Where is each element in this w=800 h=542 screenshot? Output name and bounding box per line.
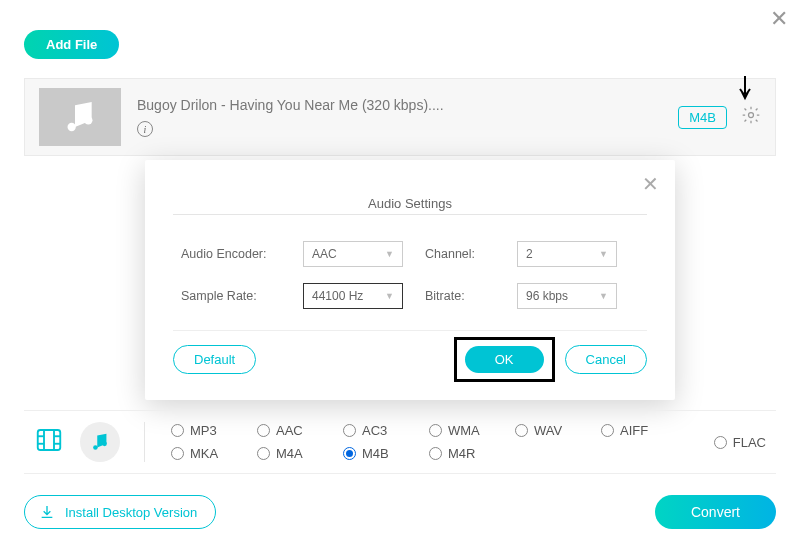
format-mka[interactable]: MKA bbox=[171, 446, 257, 461]
format-m4b[interactable]: M4B bbox=[343, 446, 429, 461]
chevron-down-icon: ▼ bbox=[599, 249, 608, 259]
modal-close-icon[interactable]: ✕ bbox=[642, 172, 659, 196]
format-aiff[interactable]: AIFF bbox=[601, 423, 687, 438]
chevron-down-icon: ▼ bbox=[599, 291, 608, 301]
audio-settings-modal: ✕ Audio Settings Audio Encoder: AAC▼ Cha… bbox=[145, 160, 675, 400]
arrow-annotation bbox=[737, 74, 753, 106]
svg-point-2 bbox=[749, 113, 754, 118]
svg-point-11 bbox=[102, 442, 107, 447]
bitrate-dropdown[interactable]: 96 kbps▼ bbox=[517, 283, 617, 309]
add-file-button[interactable]: Add File bbox=[24, 30, 119, 59]
format-m4a[interactable]: M4A bbox=[257, 446, 343, 461]
file-thumbnail bbox=[39, 88, 121, 146]
format-ac3[interactable]: AC3 bbox=[343, 423, 429, 438]
file-title: Bugoy Drilon - Having You Near Me (320 k… bbox=[137, 97, 678, 113]
ok-button[interactable]: OK bbox=[465, 346, 544, 373]
format-grid: MP3 AAC AC3 WMA WAV AIFF MKA M4A M4B M4R bbox=[171, 423, 687, 461]
convert-button[interactable]: Convert bbox=[655, 495, 776, 529]
format-wav[interactable]: WAV bbox=[515, 423, 601, 438]
svg-rect-3 bbox=[38, 430, 61, 450]
cancel-button[interactable]: Cancel bbox=[565, 345, 647, 374]
music-note-icon bbox=[60, 97, 100, 137]
encoder-label: Audio Encoder: bbox=[181, 247, 291, 261]
audio-mode-icon[interactable] bbox=[80, 422, 120, 462]
sample-rate-dropdown[interactable]: 44100 Hz▼ bbox=[303, 283, 403, 309]
gear-icon[interactable] bbox=[741, 105, 761, 129]
video-mode-icon[interactable] bbox=[34, 425, 64, 459]
format-wma[interactable]: WMA bbox=[429, 423, 515, 438]
chevron-down-icon: ▼ bbox=[385, 249, 394, 259]
info-icon[interactable]: i bbox=[137, 121, 153, 137]
default-button[interactable]: Default bbox=[173, 345, 256, 374]
sample-rate-label: Sample Rate: bbox=[181, 289, 291, 303]
format-mp3[interactable]: MP3 bbox=[171, 423, 257, 438]
modal-title: Audio Settings bbox=[350, 196, 470, 211]
format-aac[interactable]: AAC bbox=[257, 423, 343, 438]
app-close-icon[interactable]: ✕ bbox=[770, 6, 788, 32]
ok-highlight: OK bbox=[454, 337, 555, 382]
svg-point-1 bbox=[84, 116, 92, 124]
format-m4r[interactable]: M4R bbox=[429, 446, 515, 461]
file-row: Bugoy Drilon - Having You Near Me (320 k… bbox=[24, 78, 776, 156]
download-icon bbox=[39, 504, 55, 520]
format-flac[interactable]: FLAC bbox=[714, 435, 766, 450]
channel-dropdown[interactable]: 2▼ bbox=[517, 241, 617, 267]
file-info: Bugoy Drilon - Having You Near Me (320 k… bbox=[137, 97, 678, 137]
svg-point-10 bbox=[93, 445, 98, 450]
chevron-down-icon: ▼ bbox=[385, 291, 394, 301]
format-bar: MP3 AAC AC3 WMA WAV AIFF MKA M4A M4B M4R… bbox=[24, 410, 776, 474]
svg-point-0 bbox=[68, 123, 76, 131]
channel-label: Channel: bbox=[425, 247, 505, 261]
bitrate-label: Bitrate: bbox=[425, 289, 505, 303]
install-desktop-button[interactable]: Install Desktop Version bbox=[24, 495, 216, 529]
encoder-dropdown[interactable]: AAC▼ bbox=[303, 241, 403, 267]
format-badge[interactable]: M4B bbox=[678, 106, 727, 129]
